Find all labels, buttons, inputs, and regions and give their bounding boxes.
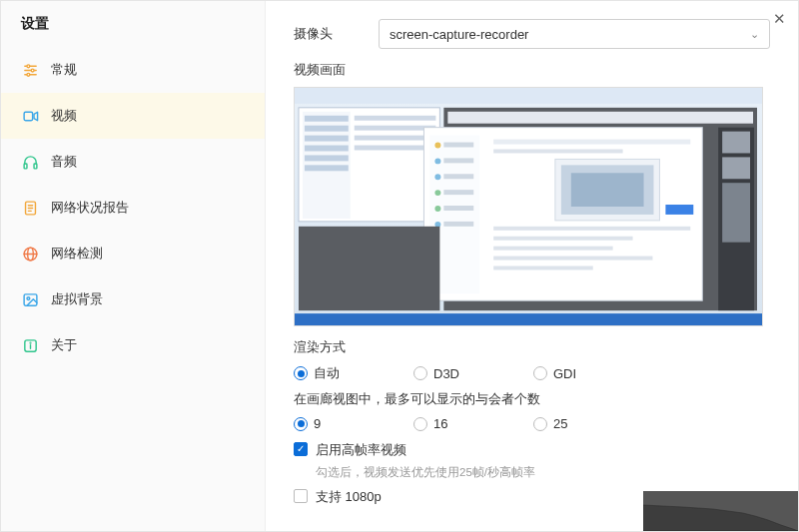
audio-level-graph: [643, 491, 798, 531]
sidebar-item-label: 虚拟背景: [51, 290, 103, 308]
svg-rect-53: [443, 190, 473, 195]
svg-rect-68: [299, 227, 439, 310]
radio-icon: [294, 417, 308, 431]
svg-rect-39: [722, 132, 750, 154]
info-icon: [21, 336, 39, 354]
svg-rect-65: [493, 247, 612, 251]
svg-rect-54: [443, 206, 473, 211]
headphones-icon: [21, 153, 39, 171]
radio-option[interactable]: 25: [533, 416, 653, 431]
radio-option[interactable]: 自动: [294, 364, 413, 382]
sidebar-item-headphones[interactable]: 音频: [1, 139, 265, 185]
svg-rect-22: [295, 88, 762, 104]
video-preview: [294, 87, 763, 326]
svg-rect-30: [305, 155, 349, 161]
svg-rect-41: [722, 183, 750, 243]
sidebar-item-label: 关于: [51, 336, 77, 354]
support-1080p-label: 支持 1080p: [316, 488, 382, 506]
radio-label: 16: [433, 416, 447, 431]
close-button[interactable]: ✕: [773, 11, 786, 26]
radio-label: 9: [314, 416, 321, 431]
svg-point-48: [434, 206, 440, 212]
svg-rect-67: [493, 266, 593, 270]
radio-icon: [533, 366, 547, 380]
high-fps-hint: 勾选后，视频发送优先使用25帧/秒高帧率: [316, 465, 770, 480]
sidebar-item-network[interactable]: 网络检测: [1, 231, 265, 276]
svg-rect-63: [493, 227, 690, 231]
radio-label: 自动: [314, 364, 340, 382]
radio-icon: [413, 366, 427, 380]
radio-icon: [413, 417, 427, 431]
support-1080p-checkbox[interactable]: [294, 489, 308, 503]
svg-rect-52: [443, 174, 473, 179]
svg-point-44: [434, 143, 440, 149]
sidebar-item-label: 常规: [51, 61, 77, 79]
radio-icon: [533, 417, 547, 431]
gallery-radio-group: 91625: [294, 416, 770, 431]
sliders-icon: [21, 61, 39, 79]
camera-label: 摄像头: [294, 25, 379, 43]
svg-point-47: [434, 190, 440, 196]
radio-label: GDI: [553, 366, 576, 381]
high-fps-label: 启用高帧率视频: [316, 441, 406, 459]
svg-point-46: [434, 174, 440, 180]
svg-rect-26: [305, 116, 349, 122]
sidebar-item-label: 网络状况报告: [51, 199, 129, 217]
camera-select[interactable]: screen-capture-recorder ⌄: [379, 19, 770, 49]
svg-point-45: [434, 158, 440, 164]
high-fps-checkbox[interactable]: [294, 442, 308, 456]
network-icon: [21, 245, 39, 263]
svg-rect-32: [355, 116, 436, 121]
radio-option[interactable]: 9: [294, 416, 413, 431]
svg-rect-6: [24, 112, 33, 121]
main-panel: ✕ 摄像头 screen-capture-recorder ⌄ 视频画面: [266, 1, 798, 531]
svg-rect-58: [493, 149, 622, 153]
svg-rect-57: [493, 140, 690, 145]
sidebar-item-label: 网络检测: [51, 245, 103, 263]
video-icon: [21, 107, 39, 125]
svg-rect-51: [443, 158, 473, 163]
radio-icon: [294, 366, 308, 380]
svg-point-5: [26, 73, 29, 76]
svg-rect-9: [34, 163, 37, 168]
radio-option[interactable]: D3D: [413, 366, 533, 381]
svg-rect-66: [493, 257, 652, 261]
svg-rect-23: [295, 313, 762, 325]
svg-point-4: [31, 69, 34, 72]
svg-rect-27: [305, 126, 349, 132]
camera-value: screen-capture-recorder: [390, 27, 528, 42]
sidebar-title: 设置: [1, 15, 265, 47]
sidebar-item-report[interactable]: 网络状况报告: [1, 185, 265, 231]
svg-point-18: [26, 296, 29, 299]
radio-label: D3D: [433, 366, 459, 381]
svg-rect-28: [305, 136, 349, 142]
svg-point-3: [26, 64, 29, 67]
svg-rect-40: [722, 157, 750, 179]
settings-sidebar: 设置 常规视频音频网络状况报告网络检测虚拟背景关于: [1, 1, 266, 531]
preview-label: 视频画面: [294, 61, 770, 79]
svg-rect-8: [24, 163, 27, 168]
report-icon: [21, 199, 39, 217]
chevron-down-icon: ⌄: [750, 28, 759, 41]
sidebar-item-sliders[interactable]: 常规: [1, 47, 265, 93]
svg-rect-61: [571, 173, 644, 207]
svg-rect-29: [305, 146, 349, 152]
svg-rect-55: [443, 222, 473, 227]
gallery-label: 在画廊视图中，最多可以显示的与会者个数: [294, 390, 770, 408]
svg-rect-62: [665, 205, 693, 215]
svg-rect-37: [447, 112, 753, 124]
svg-marker-7: [34, 112, 38, 121]
sidebar-item-info[interactable]: 关于: [1, 322, 265, 368]
radio-option[interactable]: 16: [413, 416, 533, 431]
sidebar-item-video[interactable]: 视频: [1, 93, 265, 139]
svg-rect-50: [443, 143, 473, 148]
svg-rect-31: [305, 165, 349, 171]
sidebar-item-label: 视频: [51, 107, 77, 125]
sidebar-item-image[interactable]: 虚拟背景: [1, 276, 265, 322]
svg-point-21: [30, 342, 31, 343]
image-icon: [21, 290, 39, 308]
render-label: 渲染方式: [294, 338, 770, 356]
render-radio-group: 自动D3DGDI: [294, 364, 770, 382]
sidebar-item-label: 音频: [51, 153, 77, 171]
radio-option[interactable]: GDI: [533, 366, 653, 381]
